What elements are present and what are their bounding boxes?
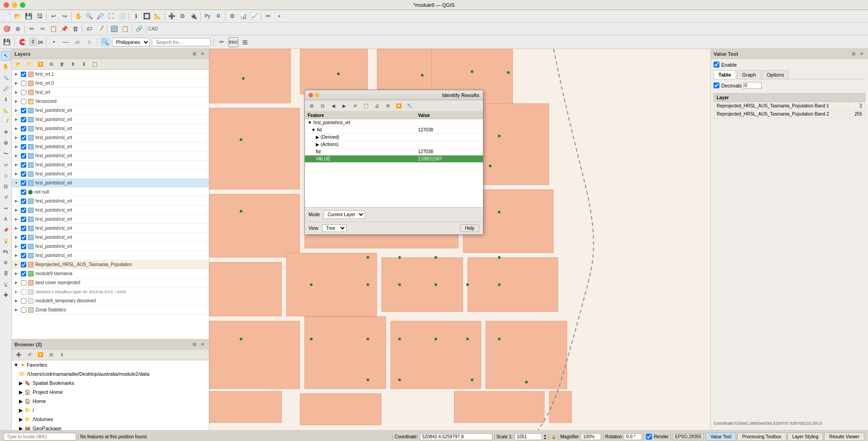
identify-next-icon[interactable]: ▶ [339, 101, 349, 111]
point-feature[interactable] [398, 256, 401, 259]
maximize-button[interactable] [20, 2, 25, 8]
point-feature[interactable] [498, 338, 501, 340]
layer-visibility-checkbox[interactable] [21, 307, 26, 313]
layer-visibility-checkbox[interactable] [21, 171, 26, 177]
pan-icon[interactable]: ✋ [73, 11, 83, 21]
layer-styling-tab[interactable]: Layer Styling [787, 432, 824, 441]
zoom-out-tool[interactable]: 🔎 [1, 83, 11, 93]
browser-expand-btn[interactable]: ⊞ [191, 341, 198, 348]
results-viewer-tab[interactable]: Results Viewer [824, 432, 864, 441]
rotation-input[interactable] [624, 433, 642, 440]
zoom-full-icon[interactable]: ⛶ [106, 11, 116, 21]
point-feature[interactable] [366, 283, 369, 286]
gps-tool[interactable]: 📡 [1, 279, 11, 289]
locate-input[interactable] [4, 433, 76, 441]
processing-icon[interactable]: ⚙ [178, 11, 188, 21]
layer-visibility-checkbox[interactable] [21, 81, 26, 86]
value-tool-close[interactable]: ✕ [858, 50, 865, 58]
point-feature[interactable] [471, 70, 473, 73]
label-tool[interactable]: A [1, 214, 11, 224]
layer-visibility-checkbox[interactable] [21, 180, 26, 186]
layer-item[interactable]: ▶ hrsl_pointshrsl_vrt [12, 197, 209, 206]
layer-item[interactable]: ▶ hrsl_pointshrsl_vrt [12, 224, 209, 233]
split-tool[interactable]: ⊟ [1, 181, 11, 191]
enable-checkbox[interactable] [714, 62, 719, 68]
paste-icon[interactable]: 📌 [59, 24, 69, 34]
digitize-circle-icon[interactable]: ○ [84, 37, 94, 47]
show-tips-tool[interactable]: 💡 [1, 236, 11, 246]
layer-visibility-checkbox[interactable] [21, 280, 26, 286]
new-project-icon[interactable]: 📄 [2, 11, 12, 21]
point-feature[interactable] [240, 210, 242, 213]
close-button[interactable] [4, 2, 9, 8]
decimals-input[interactable] [743, 82, 762, 89]
epsg-button[interactable]: EPSG:28355 [673, 433, 704, 440]
module9-tasmania-item[interactable]: ▶ module9 tasmania [12, 269, 209, 278]
point-feature[interactable] [507, 71, 510, 74]
edc-button[interactable]: EDC [228, 37, 238, 47]
tab-table[interactable]: Table [714, 70, 736, 79]
remove-layer-icon[interactable]: 🗑 [57, 59, 67, 69]
r-icon[interactable]: R [213, 11, 223, 21]
point-feature[interactable] [366, 378, 369, 381]
layer-item-active[interactable]: ▼ hrsl_pointshrsl_vrt [12, 179, 209, 188]
point-feature[interactable] [471, 378, 473, 381]
layer-visibility-checkbox[interactable] [21, 298, 26, 304]
add-group-icon[interactable]: 📁 [24, 59, 34, 69]
location-select[interactable]: PhilippinesPhilippines [112, 38, 150, 47]
point-feature[interactable] [398, 378, 401, 381]
layer-item[interactable]: ▶ hrsl_pointshrsl_vrt [12, 170, 209, 179]
pan-map-tool[interactable]: ✋ [1, 62, 11, 72]
browser-refresh-icon[interactable]: ↺ [24, 350, 34, 360]
layer-visibility-checkbox[interactable] [21, 244, 26, 249]
settings-icon[interactable]: ⚙ [227, 11, 237, 21]
browser-geopackage-item[interactable]: ▶ 📦 GeoPackage [12, 424, 209, 430]
python-icon[interactable]: Py [203, 11, 212, 21]
identify-tools-icon[interactable]: 🔧 [405, 101, 415, 111]
move-feature-tool[interactable]: ✥ [1, 127, 11, 137]
layers-panel-close[interactable]: ✕ [199, 50, 206, 58]
layer-item[interactable]: ▶ hrsl_vrt [12, 88, 209, 97]
duplicate-layer-icon[interactable]: 📋 [90, 59, 100, 69]
layer-visibility-checkbox[interactable] [21, 90, 26, 95]
identify-row[interactable]: fid 127038 [305, 148, 483, 155]
layer-visibility-checkbox[interactable] [21, 108, 26, 113]
digitize-line-icon[interactable]: — [61, 37, 71, 47]
snap-layer-icon[interactable]: ⊕ [13, 24, 23, 34]
point-feature[interactable] [434, 283, 437, 286]
add-point-tool[interactable]: ⊕ [1, 138, 11, 148]
identify-print-icon[interactable]: 🖨 [372, 101, 382, 111]
layer-props-icon[interactable]: ⚙ [46, 59, 56, 69]
identify-expand-icon[interactable]: ⊞ [307, 101, 317, 111]
layer-visibility-checkbox[interactable] [21, 253, 26, 258]
point-feature[interactable] [240, 138, 242, 141]
browser-favorites-item[interactable]: ▼ ★ Favorites [12, 360, 209, 369]
zoom-in-icon[interactable]: 🔍 [84, 11, 94, 21]
point-feature[interactable] [489, 165, 492, 167]
move-down-icon[interactable]: ⬇ [79, 59, 89, 69]
dialog-minimize-btn[interactable] [315, 93, 319, 97]
python-tool[interactable]: Py [1, 247, 11, 257]
add-line-tool[interactable]: 〜 [1, 149, 11, 159]
current-edits-icon[interactable]: 💾 [2, 37, 12, 47]
scale-input[interactable] [515, 433, 542, 440]
layer-item[interactable]: ▶ hrsl_vrt.0 [12, 79, 209, 88]
value-tool-tab[interactable]: Value Tool [705, 432, 736, 441]
point-feature[interactable] [525, 381, 528, 383]
identify-features-tool[interactable]: ℹ [1, 94, 11, 104]
layer-item[interactable]: ▶ hrsl_pointshrsl_vrt [12, 106, 209, 115]
save-project-icon[interactable]: 💾 [24, 11, 34, 21]
pin-tool[interactable]: 📌 [1, 225, 11, 235]
magnifier-input[interactable] [581, 433, 601, 440]
layer-visibility-checkbox[interactable] [21, 262, 26, 267]
processing-tool[interactable]: ⚙ [1, 257, 11, 267]
browser-filter-icon[interactable]: 🔽 [35, 350, 45, 360]
layer-visibility-checkbox[interactable] [21, 117, 26, 122]
layer-item[interactable]: ▶ hrsl_pointshrsl_vrt [12, 215, 209, 224]
layer-visibility-checkbox[interactable] [21, 289, 26, 295]
identify-copy-icon[interactable]: 📋 [361, 101, 371, 111]
point-feature[interactable] [398, 283, 401, 286]
browser-bookmarks-item[interactable]: ▶ 🔖 Spatial Bookmarks [12, 378, 209, 388]
point-feature[interactable] [498, 256, 501, 259]
redo-icon[interactable]: ↪ [59, 11, 69, 21]
